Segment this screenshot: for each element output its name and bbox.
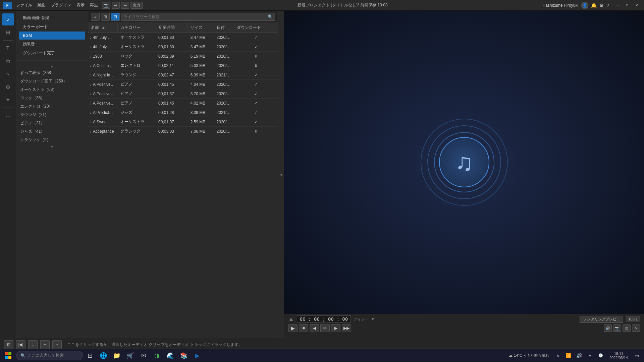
settings-icon[interactable]: ⚙ — [599, 3, 604, 8]
menu-plugin[interactable]: プラグイン — [51, 2, 71, 8]
sidebar-icon-more[interactable]: ⋯ — [2, 110, 14, 122]
view-list-button[interactable]: ≡ — [91, 13, 100, 21]
output-button[interactable]: 出力 — [130, 2, 143, 9]
scroll-down-arrow[interactable]: ▼ — [49, 144, 55, 149]
next-frame-button[interactable]: ▶ — [331, 324, 340, 332]
search-input[interactable] — [123, 14, 266, 19]
clock-icon[interactable]: 🕐 — [596, 351, 605, 360]
taskbar-edge[interactable]: 🌐 — [97, 349, 110, 362]
notification-arrow[interactable]: ∧ — [553, 351, 562, 360]
category-downloaded[interactable]: ダウンロード完了 — [19, 49, 85, 58]
category-effects[interactable]: 効果音 — [19, 40, 85, 49]
taskbar-browser2[interactable]: 🌊 — [164, 349, 177, 362]
show-desktop-icon[interactable]: ▭ — [632, 351, 641, 360]
undo-button[interactable]: ↩ — [112, 2, 120, 9]
camera-icon[interactable]: 📷 — [613, 324, 621, 332]
category-colorboard[interactable]: カラー ボード — [19, 22, 85, 32]
play-button[interactable]: ▶ — [288, 324, 298, 332]
sidebar-icon-motion[interactable]: ✦ — [2, 94, 14, 106]
table-row[interactable]: ♪A Positive Med Pian... ピアノ 00;01;45 4.0… — [88, 80, 278, 89]
subcategory-orchestra[interactable]: オーケストラ（63） — [16, 85, 88, 94]
ime-icon[interactable]: A — [585, 351, 595, 360]
view-detail-button[interactable]: ⊟ — [111, 13, 120, 21]
table-row[interactable]: ♪Acceptance クラシック 00;03;03 7.06 MB 2020/… — [88, 127, 278, 136]
table-row[interactable]: ♪A Chill In The Air エレクトロ 00;02;11 5.03 … — [88, 61, 278, 70]
subcategory-rock[interactable]: ロック（35） — [16, 94, 88, 102]
timeline-tool1[interactable]: ↕ — [28, 340, 38, 349]
timeline-home-button[interactable]: ⊡ — [4, 340, 13, 349]
render-preview-button[interactable]: レンダリングプレビ... — [580, 316, 623, 323]
col-duration[interactable]: 所要時間 — [156, 23, 188, 33]
table-row[interactable]: ♪A Predictable Con ジャズ 00;01;28 3.39 MB … — [88, 108, 278, 117]
table-row[interactable]: ♪1983 ロック 00;02;39 6.19 MB 2020/04/10 ⬇ — [88, 52, 278, 61]
redo-button[interactable]: ↪ — [121, 2, 129, 9]
view-grid-button[interactable]: ⊞ — [101, 13, 110, 21]
network-icon[interactable]: 📶 — [564, 351, 573, 360]
close-button[interactable]: ✕ — [632, 1, 641, 10]
taskbar-search[interactable]: 🔍 ここに入力して検索 — [16, 351, 83, 360]
col-category[interactable]: カテゴリー — [118, 23, 156, 33]
col-date[interactable]: 日付 — [214, 23, 234, 33]
table-row[interactable]: ♪A Positive Slow Pia... ピアノ 00;01;45 4.0… — [88, 99, 278, 108]
subcategory-electro[interactable]: エレクトロ（20） — [16, 102, 88, 111]
taskbar-chrome[interactable]: ◑ — [150, 349, 164, 362]
volume-icon[interactable]: 🔊 — [604, 324, 612, 332]
scroll-up-arrow[interactable]: ▲ — [49, 63, 55, 69]
snapshot-button[interactable]: 📷 — [102, 2, 110, 9]
panel-collapse-arrow[interactable]: ◀ — [278, 11, 284, 338]
timeline-snap-button[interactable]: |◀| — [16, 340, 25, 349]
download-button[interactable]: ⬇ — [234, 52, 278, 61]
subcategory-piano[interactable]: ピアノ（31） — [16, 119, 88, 127]
col-size[interactable]: サイズ — [188, 23, 214, 33]
stop-button[interactable]: ■ — [299, 324, 308, 332]
subcategory-lounge[interactable]: ラウンジ（21） — [16, 111, 88, 119]
file-list-container[interactable]: 名前 ▲ カテゴリー 所要時間 サイズ 日付 ダウンロード ♪4th July … — [88, 23, 278, 338]
table-row[interactable]: ♪A Sweet Dream オーケストラ 00;01;07 2.59 MB 2… — [88, 117, 278, 127]
col-name[interactable]: 名前 ▲ — [88, 23, 118, 33]
table-row[interactable]: ♪4th July March One オーケストラ 00;01;30 3.47… — [88, 33, 278, 42]
subcategory-all[interactable]: すべて表示（358） — [16, 69, 88, 77]
export-icon[interactable]: ⊳ — [632, 324, 640, 332]
taskbar-store[interactable]: 🛒 — [123, 349, 137, 362]
menu-view[interactable]: 表示 — [76, 2, 85, 8]
table-row[interactable]: ♪4th July March Two オーケストラ 00;01;30 3.47… — [88, 42, 278, 52]
volume-icon[interactable]: 🔊 — [575, 351, 584, 360]
sidebar-icon-fx[interactable]: fx — [2, 68, 14, 80]
timecode-dropdown-icon[interactable]: ▼ — [371, 317, 375, 321]
clock-area[interactable]: 19:11 2022/03/14 — [607, 352, 631, 360]
sidebar-icon-text[interactable]: T — [2, 43, 14, 55]
menu-edit[interactable]: 編集 — [38, 2, 46, 8]
taskbar-app2[interactable]: ▶ — [191, 349, 204, 362]
notifications-icon[interactable]: 🔔 — [591, 3, 597, 8]
menu-file[interactable]: ファイル — [16, 2, 32, 8]
sidebar-icon-library[interactable]: ♪ — [2, 13, 14, 25]
minimize-button[interactable]: ─ — [613, 1, 623, 10]
split-button[interactable]: ✂ — [320, 324, 330, 332]
sidebar-icon-effects[interactable]: ⧉ — [2, 55, 14, 67]
table-row[interactable]: ♪A Night in Topeka ラウンジ 00;02;47 6.39 MB… — [88, 70, 278, 80]
user-avatar-icon[interactable]: 👤 — [581, 2, 588, 9]
download-button[interactable]: ⬇ — [234, 127, 278, 136]
menu-playback[interactable]: 再生 — [90, 2, 98, 8]
start-button[interactable] — [0, 349, 16, 362]
help-icon[interactable]: ? — [606, 3, 609, 8]
category-bgm[interactable]: BGM — [19, 32, 85, 40]
timeline-tool3[interactable]: ≈ — [52, 340, 62, 349]
subcategory-classic[interactable]: クラシック（9） — [16, 136, 88, 144]
maximize-button[interactable]: □ — [623, 1, 632, 10]
download-button[interactable]: ⬇ — [234, 61, 278, 70]
col-download[interactable]: ダウンロード — [234, 23, 278, 33]
prev-frame-button[interactable]: ◀ — [310, 324, 319, 332]
timeline-tool2[interactable]: ✂ — [40, 340, 50, 349]
subcategory-jazz[interactable]: ジャズ（41） — [16, 127, 88, 136]
sidebar-icon-grid[interactable]: ⊞ — [2, 26, 14, 38]
fast-forward-button[interactable]: ▶▶ — [342, 324, 351, 332]
sidebar-icon-composite[interactable]: ⊕ — [2, 81, 14, 93]
taskbar-explorer[interactable]: 📁 — [110, 349, 123, 362]
ratio-button[interactable]: 169:1 — [626, 316, 640, 322]
taskbar-app1[interactable]: 📚 — [177, 349, 191, 362]
crop-icon[interactable]: ⊡ — [623, 324, 631, 332]
taskbar-mail[interactable]: ✉ — [137, 349, 150, 362]
subcategory-downloaded[interactable]: ダウンロード完了（259） — [16, 77, 88, 85]
table-row[interactable]: ♪A Positive Med Pian... ピアノ 00;01;37 3.7… — [88, 89, 278, 99]
